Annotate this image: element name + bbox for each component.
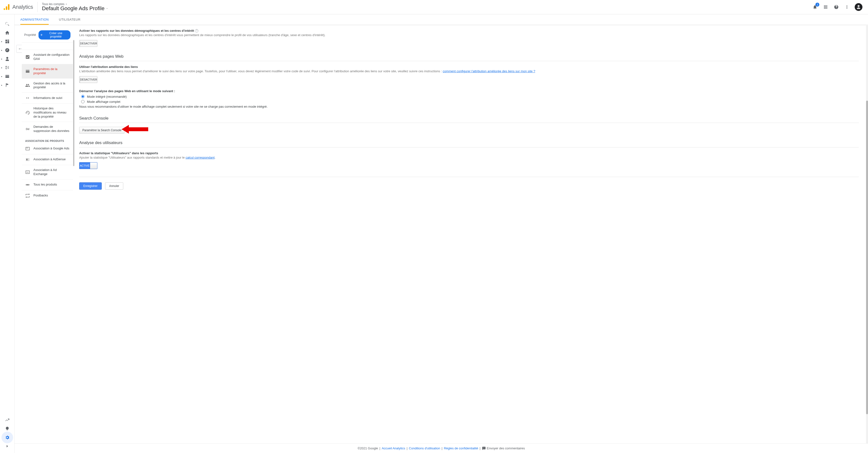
account-picker[interactable]: Tous les comptes Default Google Ads Prof… bbox=[37, 0, 108, 14]
nav-admin[interactable] bbox=[0, 433, 14, 442]
nav-attribution[interactable] bbox=[0, 416, 14, 424]
person-icon bbox=[856, 5, 861, 9]
save-button[interactable]: Enregistrer bbox=[79, 182, 102, 190]
menu-tracking-info[interactable]: Informations de suivi bbox=[22, 92, 73, 103]
help-circle-icon[interactable]: ? bbox=[195, 29, 198, 32]
avatar[interactable] bbox=[855, 3, 862, 11]
svg-text:Ax: Ax bbox=[27, 171, 29, 173]
history-icon bbox=[25, 110, 30, 115]
google-ads-icon bbox=[25, 146, 30, 151]
users-metric-title: Activer la statistique "Utilisateurs" da… bbox=[79, 151, 859, 155]
svg-point-8 bbox=[28, 184, 29, 185]
left-nav bbox=[0, 14, 14, 453]
settings-pane: Activer les rapports sur les données dém… bbox=[74, 25, 866, 453]
plus-icon: + bbox=[40, 33, 42, 36]
enhanced-link-title: Utiliser l'attribution améliorée des lie… bbox=[79, 65, 859, 68]
svg-marker-9 bbox=[122, 125, 148, 134]
nav-acquisition[interactable] bbox=[0, 63, 14, 72]
link-icon bbox=[25, 182, 30, 187]
notification-badge: 3 bbox=[815, 3, 819, 6]
tab-administration[interactable]: ADMINISTRATION bbox=[20, 14, 49, 25]
footer-tos[interactable]: Conditions d'utilisation bbox=[409, 447, 440, 450]
radio-embedded[interactable]: Mode intégré (recommandé) bbox=[81, 95, 859, 98]
enhanced-link-help-link[interactable]: comment configurer l'attribution amélior… bbox=[443, 69, 535, 73]
menu-ga4-assistant[interactable]: Assistant de configuration GA4 bbox=[22, 50, 73, 64]
nav-home[interactable] bbox=[0, 28, 14, 37]
profile-picker: Default Google Ads Profile bbox=[42, 5, 108, 12]
attribution-icon bbox=[5, 418, 10, 422]
radio-icon bbox=[81, 95, 85, 98]
svg-point-7 bbox=[26, 184, 27, 185]
nav-customization[interactable] bbox=[0, 37, 14, 46]
users-metric-toggle[interactable]: ACTIVÉ bbox=[79, 162, 97, 169]
property-column: Propriété + Créer une propriété Assistan… bbox=[22, 25, 73, 453]
footer-privacy[interactable]: Règles de confidentialité bbox=[444, 447, 478, 450]
nav-conversions[interactable] bbox=[0, 81, 14, 89]
code-icon bbox=[25, 95, 30, 101]
checkbox-icon bbox=[25, 55, 30, 59]
svg-rect-0 bbox=[26, 147, 30, 150]
chevron-right-icon bbox=[65, 3, 67, 5]
create-property-button[interactable]: + Créer une propriété bbox=[38, 30, 70, 39]
caret-down-icon bbox=[106, 7, 108, 10]
nav-search[interactable] bbox=[0, 20, 14, 28]
radio-fullview[interactable]: Mode affichage complet bbox=[81, 100, 859, 104]
demographics-toggle[interactable]: DÉSACTIVER bbox=[79, 40, 97, 47]
menu-change-history[interactable]: Historique des modifications au niveau d… bbox=[22, 103, 73, 122]
gear-icon bbox=[5, 435, 10, 440]
settings-list-icon bbox=[25, 69, 30, 74]
configure-search-console-button[interactable]: Paramétrer la Search Console bbox=[79, 127, 124, 134]
enhanced-link-toggle[interactable]: DÉSACTIVER bbox=[79, 76, 97, 83]
menu-link-google-ads[interactable]: Association à Google Ads bbox=[22, 143, 73, 154]
sub-tabs: ADMINISTRATION UTILISATEUR bbox=[14, 14, 868, 25]
search-console-heading: Search Console bbox=[79, 116, 859, 123]
nav-behavior[interactable] bbox=[0, 72, 14, 81]
adexchange-icon: Ax bbox=[25, 170, 30, 175]
card-icon bbox=[5, 74, 10, 79]
main-scrollbar[interactable] bbox=[866, 25, 868, 453]
top-bar: Analytics Tous les comptes Default Googl… bbox=[0, 0, 868, 14]
svg-rect-3 bbox=[26, 159, 27, 160]
analytics-logo-icon bbox=[4, 4, 9, 10]
main: ADMINISTRATION UTILISATEUR ← Propriété +… bbox=[14, 14, 868, 453]
demographics-desc: Les rapports sur les données démographiq… bbox=[79, 33, 859, 37]
footer: ©2021 Google Accueil Analytics Condition… bbox=[14, 443, 868, 453]
nav-collapse[interactable] bbox=[0, 442, 14, 451]
help-button[interactable] bbox=[833, 4, 839, 10]
action-row: Enregistrer Annuler bbox=[79, 177, 859, 190]
network-icon bbox=[5, 65, 10, 70]
menu-all-products[interactable]: Tous les produits bbox=[22, 179, 73, 190]
notifications-button[interactable]: 3 bbox=[812, 4, 818, 10]
nav-audience[interactable] bbox=[0, 55, 14, 63]
product-link-section: ASSOCIATION DE PRODUITS bbox=[22, 136, 73, 143]
svg-rect-1 bbox=[26, 148, 28, 148]
menu-access-management[interactable]: Gestion des accès à la propriété bbox=[22, 78, 73, 93]
footer-feedback[interactable]: Envoyer des commentaires bbox=[487, 447, 525, 450]
dd-icon: Dd bbox=[25, 126, 30, 132]
more-button[interactable] bbox=[844, 4, 850, 10]
enhanced-link-desc: L'attribution améliorée des liens nous p… bbox=[79, 69, 859, 74]
clock-icon bbox=[5, 48, 10, 53]
logo-section: Analytics bbox=[0, 2, 37, 12]
start-mode-title: Démarrer l'analyse des pages Web en util… bbox=[79, 89, 859, 93]
apps-button[interactable] bbox=[823, 4, 829, 10]
footer-copyright: ©2021 Google bbox=[358, 447, 378, 450]
apps-icon bbox=[823, 5, 828, 9]
menu-postbacks[interactable]: Postbacks bbox=[22, 190, 73, 201]
tab-user[interactable]: UTILISATEUR bbox=[59, 14, 81, 25]
annotation-arrow-icon bbox=[122, 124, 148, 134]
footer-analytics-home[interactable]: Accueil Analytics bbox=[382, 447, 405, 450]
user-analysis-heading: Analyse des utilisateurs bbox=[79, 140, 859, 147]
adsense-icon bbox=[25, 157, 30, 162]
users-metric-link[interactable]: calcul correspondant bbox=[186, 156, 215, 159]
nav-realtime[interactable] bbox=[0, 46, 14, 55]
people-icon bbox=[25, 83, 30, 88]
property-menu: Assistant de configuration GA4 Paramètre… bbox=[22, 50, 73, 453]
menu-link-adexchange[interactable]: Ax Association à Ad Exchange bbox=[22, 165, 73, 179]
cancel-button[interactable]: Annuler bbox=[105, 182, 123, 190]
content: ← Propriété + Créer une propriété bbox=[14, 25, 868, 453]
inpage-heading: Analyse des pages Web bbox=[79, 54, 859, 61]
menu-link-adsense[interactable]: Association à AdSense bbox=[22, 154, 73, 165]
menu-data-deletion[interactable]: Dd Demandes de suppression des données bbox=[22, 122, 73, 136]
menu-property-settings[interactable]: Paramètres de la propriété bbox=[22, 64, 73, 78]
